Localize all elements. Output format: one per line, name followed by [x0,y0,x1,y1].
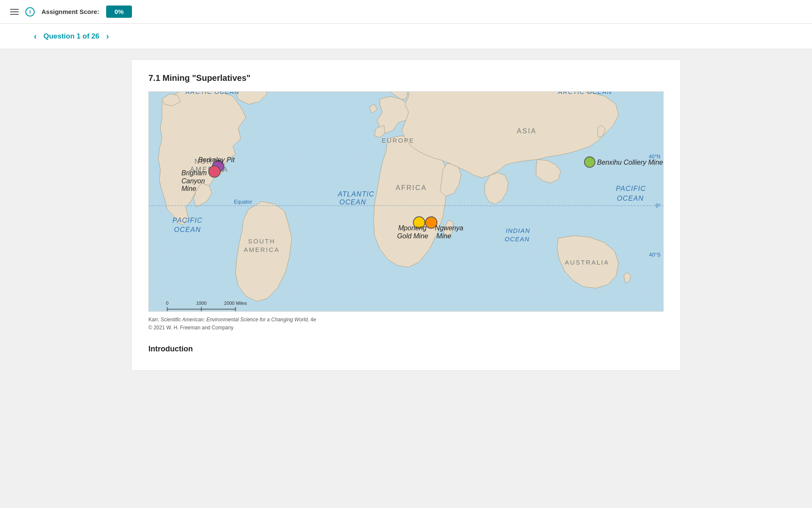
svg-text:OCEAN: OCEAN [617,194,644,202]
header: i Assignment Score: 0% [0,0,812,24]
main-content: 7.1 Mining "Superlatives" [0,49,812,508]
introduction-heading: Introduction [148,345,664,353]
svg-text:ATLANTIC: ATLANTIC [337,190,375,198]
mponeng-label: Mponeng [398,224,426,232]
map-caption: Karr, Scientific American: Environmental… [148,316,664,332]
svg-text:Equator: Equator [234,199,252,205]
svg-text:EUROPE: EUROPE [382,137,415,144]
svg-text:INDIAN: INDIAN [506,227,530,234]
benxihu-marker [584,157,595,168]
svg-text:ASIA: ASIA [517,127,537,135]
benxihu-label: Benxihu Colliery Mine [597,158,663,166]
svg-text:1000: 1000 [196,301,207,306]
map-svg: 160°W 120°W 80°W 40°W 0° 40°E 80°E 120°E… [149,92,663,311]
svg-text:PACIFIC: PACIFIC [173,216,203,224]
svg-text:40°S: 40°S [649,252,661,258]
brigham-canyon-marker [208,166,220,177]
caption-line1: Karr, Scientific American: Environmental… [148,316,664,324]
svg-text:OCEAN: OCEAN [339,198,366,206]
svg-text:Canyon: Canyon [181,177,205,185]
prev-question-button[interactable]: ‹ [34,31,37,41]
svg-text:OCEAN: OCEAN [174,226,201,233]
next-question-button[interactable]: › [106,31,109,41]
svg-text:OCEAN: OCEAN [505,236,529,243]
svg-text:SOUTH: SOUTH [248,238,275,245]
svg-text:0°: 0° [656,203,661,209]
ngwenya-label: Ngwenya [435,224,463,232]
assignment-score-label: Assignment Score: [41,8,99,15]
svg-text:AFRICA: AFRICA [395,184,427,191]
brigham-canyon-label: Brigham [181,169,207,177]
menu-icon[interactable] [10,9,19,15]
svg-text:AMERICA: AMERICA [244,246,280,253]
berkeley-pit-label: Berkeley Pit [198,156,236,163]
info-icon[interactable]: i [25,7,35,17]
svg-text:ARCTIC OCEAN: ARCTIC OCEAN [558,92,612,95]
caption-line2: © 2021 W. H. Freeman and Company [148,324,664,332]
question-navigation: ‹ Question 1 of 26 › [0,24,812,49]
world-map: 160°W 120°W 80°W 40°W 0° 40°E 80°E 120°E… [148,91,664,312]
svg-text:0: 0 [166,301,168,306]
content-card: 7.1 Mining "Superlatives" [131,59,681,371]
svg-text:Gold Mine: Gold Mine [397,232,428,240]
svg-text:AUSTRALIA: AUSTRALIA [565,259,609,266]
svg-text:ARCTIC OCEAN: ARCTIC OCEAN [185,92,239,95]
svg-text:Mine: Mine [436,232,451,240]
svg-text:2000 Miles: 2000 Miles [224,301,247,306]
score-badge: 0% [106,6,132,18]
section-title: 7.1 Mining "Superlatives" [148,73,664,83]
question-counter: Question 1 of 26 [44,32,99,41]
svg-text:PACIFIC: PACIFIC [616,185,646,192]
svg-text:Mine: Mine [181,185,196,192]
